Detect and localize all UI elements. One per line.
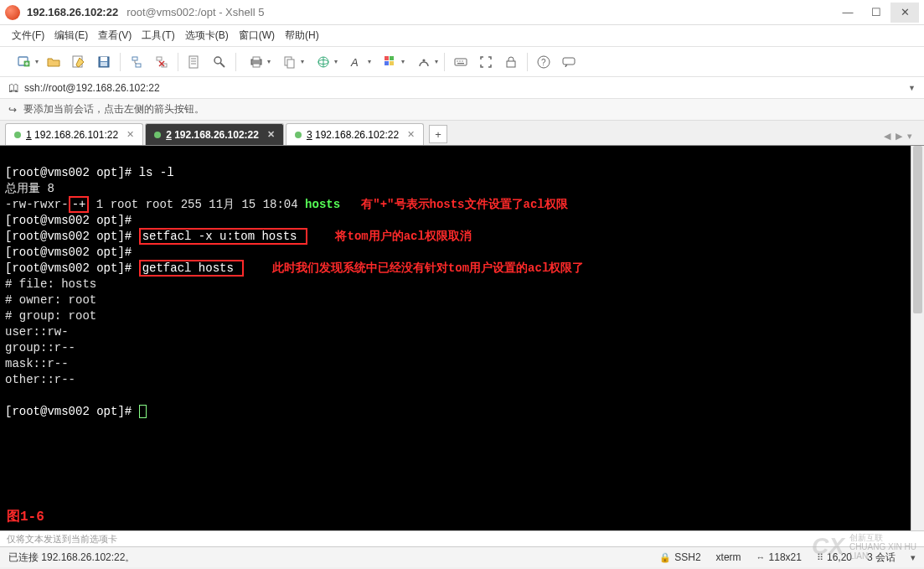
- tab-status-icon: [14, 132, 21, 138]
- output-line: user::rw-: [5, 325, 69, 339]
- save-button[interactable]: [92, 51, 116, 73]
- svg-rect-10: [157, 57, 162, 60]
- minimize-button[interactable]: —: [834, 3, 862, 23]
- scrollbar-thumb[interactable]: [913, 146, 922, 313]
- highlight-plus: -+: [69, 196, 90, 213]
- hint-arrow-icon[interactable]: ↪: [8, 104, 17, 116]
- title-path: root@vms002:/opt - Xshell 5: [126, 6, 264, 18]
- prompt: [root@vms002 opt]#: [5, 246, 132, 259]
- svg-point-36: [459, 60, 460, 61]
- menu-edit[interactable]: 编辑(E): [54, 28, 88, 43]
- new-tab-button[interactable]: +: [429, 125, 447, 143]
- svg-rect-14: [189, 56, 198, 68]
- copy-button[interactable]: ▾: [274, 51, 306, 73]
- tab-close-icon[interactable]: ✕: [267, 129, 275, 140]
- output-line: 总用量 8: [5, 182, 54, 195]
- menu-extra-icon[interactable]: ▾: [911, 552, 916, 563]
- lock-icon: 🔒: [659, 552, 671, 563]
- input-placeholder: 仅将文本发送到当前选项卡: [7, 534, 117, 544]
- svg-line-19: [220, 63, 225, 67]
- figure-label: 图1-6: [7, 510, 44, 525]
- svg-rect-31: [385, 61, 389, 65]
- tab-status-icon: [295, 132, 302, 138]
- encoding-button[interactable]: ▾: [408, 51, 440, 73]
- hint-bar: ↪ 要添加当前会话，点击左侧的箭头按钮。: [0, 99, 924, 121]
- svg-rect-32: [390, 61, 394, 65]
- find-button[interactable]: [208, 51, 231, 73]
- font-button[interactable]: A▾: [341, 51, 373, 73]
- svg-text:A: A: [350, 56, 359, 69]
- svg-rect-7: [101, 62, 107, 66]
- output-line: # group: root: [5, 309, 96, 323]
- prompt: [root@vms002 opt]#: [5, 405, 139, 418]
- svg-point-35: [457, 60, 457, 61]
- svg-rect-30: [390, 56, 394, 60]
- menu-help[interactable]: 帮助(H): [285, 28, 319, 43]
- terminal[interactable]: [root@vms002 opt]# ls -l 总用量 8 -rw-rwxr-…: [0, 146, 911, 530]
- menu-file[interactable]: 文件(F): [12, 28, 44, 43]
- print-button[interactable]: ▾: [240, 51, 272, 73]
- status-connection: 已连接 192.168.26.102:22。: [8, 551, 644, 565]
- compose-button[interactable]: [67, 51, 90, 73]
- svg-point-18: [214, 57, 221, 64]
- svg-rect-42: [563, 58, 575, 65]
- status-bar: 已连接 192.168.26.102:22。 🔒SSH2 xterm ↔118x…: [0, 547, 924, 567]
- status-size: 118x21: [769, 551, 802, 563]
- menu-tabs[interactable]: 选项卡(B): [185, 28, 229, 43]
- lock-button[interactable]: [499, 51, 523, 73]
- keyboard-button[interactable]: [449, 51, 472, 73]
- svg-rect-22: [253, 64, 260, 67]
- open-button[interactable]: [42, 51, 65, 73]
- menu-tools[interactable]: 工具(T): [142, 28, 174, 43]
- tab-index: 1: [26, 129, 32, 141]
- status-proto: SSH2: [674, 551, 700, 563]
- tab-3[interactable]: 3 192.168.26.102:22 ✕: [286, 123, 424, 145]
- svg-rect-6: [101, 57, 107, 61]
- tab-close-icon[interactable]: ✕: [126, 129, 134, 140]
- address-url[interactable]: ssh://root@192.168.26.102:22: [24, 82, 903, 94]
- menu-bar: 文件(F) 编辑(E) 查看(V) 工具(T) 选项卡(B) 窗口(W) 帮助(…: [0, 25, 924, 47]
- maximize-button[interactable]: ☐: [862, 3, 890, 23]
- properties-button[interactable]: [183, 51, 206, 73]
- size-icon: ↔: [756, 552, 766, 562]
- disconnect-button[interactable]: [150, 51, 173, 73]
- tab-2[interactable]: 2 192.168.26.102:22 ✕: [145, 123, 284, 145]
- menu-window[interactable]: 窗口(W): [239, 28, 275, 43]
- filename: hosts: [305, 198, 340, 211]
- output-line: mask::r--: [5, 357, 69, 370]
- svg-text:?: ?: [541, 58, 546, 67]
- tab-bar: 1 192.168.26.101:22 ✕ 2 192.168.26.102:2…: [0, 121, 924, 146]
- bookmark-icon[interactable]: 🕮: [8, 81, 19, 94]
- svg-rect-29: [385, 56, 389, 60]
- hint-text: 要添加当前会话，点击左侧的箭头按钮。: [23, 102, 204, 116]
- tab-list-icon[interactable]: ▾: [907, 131, 912, 142]
- cursor-icon: [139, 405, 147, 418]
- tab-status-icon: [154, 132, 161, 138]
- terminal-scrollbar[interactable]: [911, 146, 924, 530]
- toolbar: ▾ ▾ ▾ ▾ A▾ ▾ ▾ ?: [0, 47, 924, 77]
- tab-close-icon[interactable]: ✕: [407, 129, 415, 140]
- prompt: [root@vms002 opt]#: [5, 261, 139, 275]
- reconnect-button[interactable]: [125, 51, 148, 73]
- globe-button[interactable]: ▾: [307, 51, 339, 73]
- svg-rect-24: [287, 59, 294, 68]
- status-sessions: 3 会话: [867, 551, 896, 565]
- multi-input-bar[interactable]: 仅将文本发送到当前选项卡: [0, 530, 924, 547]
- status-pos: 16,20: [827, 551, 852, 563]
- output-line: # file: hosts: [5, 277, 96, 291]
- menu-view[interactable]: 查看(V): [98, 28, 132, 43]
- help-icon-button[interactable]: ?: [532, 51, 555, 73]
- svg-rect-34: [455, 59, 467, 65]
- tab-prev-icon[interactable]: ◀: [884, 131, 890, 142]
- tab-next-icon[interactable]: ▶: [896, 131, 902, 142]
- tab-index: 3: [307, 129, 312, 141]
- output-line: group::r--: [5, 341, 75, 354]
- close-button[interactable]: ✕: [890, 3, 919, 23]
- tab-1[interactable]: 1 192.168.26.101:22 ✕: [5, 123, 143, 145]
- feedback-button[interactable]: [557, 51, 581, 73]
- address-dropdown-icon[interactable]: ▼: [908, 84, 916, 92]
- fullscreen-button[interactable]: [474, 51, 498, 73]
- tab-label: 192.168.26.102:22: [315, 129, 399, 141]
- color-button[interactable]: ▾: [374, 51, 406, 73]
- new-session-button[interactable]: ▾: [8, 51, 40, 73]
